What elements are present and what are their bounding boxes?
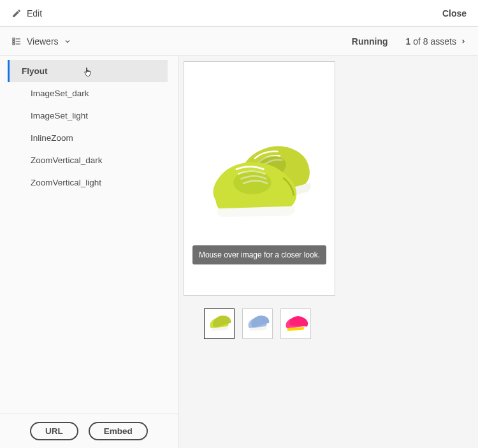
edit-label: Edit <box>27 8 42 18</box>
preview-box[interactable]: Mouse over image for a closer look. <box>184 61 335 296</box>
sidebar-item-zoomvertical-light[interactable]: ZoomVertical_light <box>9 171 168 194</box>
sidebar: Flyout ImageSet_dark ImageSet_light Inli… <box>0 56 178 448</box>
running-status: Running <box>352 36 388 47</box>
thumbnail-1[interactable] <box>204 308 235 339</box>
preview-image <box>184 127 335 229</box>
sidebar-item-imageset-dark[interactable]: ImageSet_dark <box>9 82 168 105</box>
svg-rect-0 <box>13 38 15 40</box>
cursor-icon <box>83 67 92 79</box>
viewers-dropdown[interactable]: Viewers <box>11 36 71 47</box>
tip-box: Mouse over image for a closer look. <box>192 245 326 264</box>
sidebar-item-inlinezoom[interactable]: InlineZoom <box>9 127 168 149</box>
asset-count-text: 1 of 8 assets <box>406 36 456 47</box>
embed-button[interactable]: Embed <box>89 422 148 440</box>
thumbnails <box>204 308 473 339</box>
close-button[interactable]: Close <box>442 8 467 18</box>
sidebar-item-label: ZoomVertical_dark <box>31 155 103 165</box>
sidebar-item-label: ZoomVertical_light <box>31 178 101 187</box>
svg-rect-2 <box>13 43 15 45</box>
asset-count-nav[interactable]: 1 of 8 assets <box>406 36 467 47</box>
svg-rect-1 <box>13 40 15 42</box>
url-button[interactable]: URL <box>30 422 78 440</box>
sidebar-item-zoomvertical-dark[interactable]: ZoomVertical_dark <box>9 149 168 171</box>
pencil-icon <box>11 8 22 18</box>
chevron-down-icon <box>64 38 71 45</box>
sidebar-item-imageset-light[interactable]: ImageSet_light <box>9 105 168 127</box>
sidebar-item-label: InlineZoom <box>31 133 73 143</box>
svg-point-7 <box>233 171 271 194</box>
sidebar-item-flyout[interactable]: Flyout <box>9 60 168 82</box>
top-bar: Edit Close <box>0 0 478 27</box>
thumbnail-2[interactable] <box>242 308 273 339</box>
sidebar-footer: URL Embed <box>0 414 178 448</box>
sidebar-list: Flyout ImageSet_dark ImageSet_light Inli… <box>0 56 178 194</box>
sidebar-item-label: ImageSet_dark <box>31 89 89 98</box>
sidebar-item-label: ImageSet_light <box>31 111 88 120</box>
preview-area: Mouse over image for a closer look. <box>178 56 478 448</box>
sub-bar: Viewers Running 1 of 8 assets <box>0 27 478 56</box>
edit-button[interactable]: Edit <box>11 8 42 18</box>
sidebar-item-label: Flyout <box>22 66 48 76</box>
thumbnail-3[interactable] <box>280 308 311 339</box>
viewers-label: Viewers <box>27 36 59 47</box>
main-content: Flyout ImageSet_dark ImageSet_light Inli… <box>0 56 478 448</box>
sub-bar-right: Running 1 of 8 assets <box>352 36 467 47</box>
chevron-right-icon <box>460 38 467 45</box>
viewers-icon <box>11 36 22 47</box>
